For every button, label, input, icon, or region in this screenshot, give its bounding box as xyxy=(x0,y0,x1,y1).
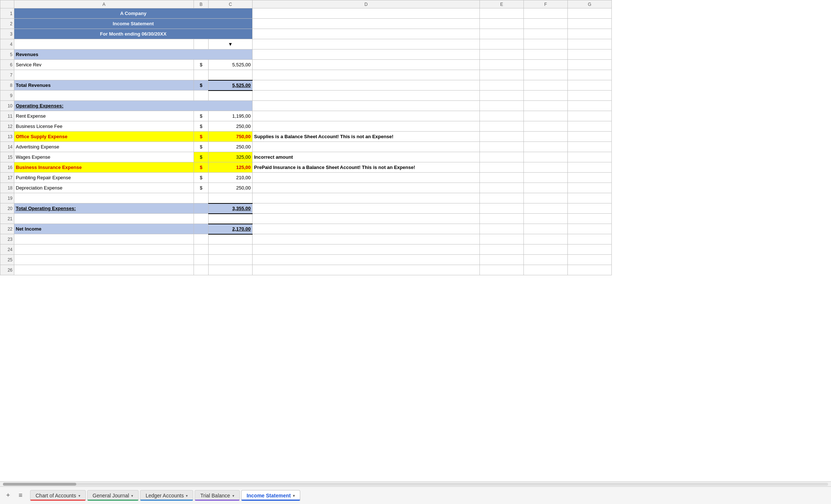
cell-17-c: 210,00 xyxy=(209,173,253,183)
cell-extra xyxy=(524,91,568,101)
cell-17-a: Pumbling Repair Expense xyxy=(14,173,194,183)
cell-extra xyxy=(568,29,612,39)
cell-23-d xyxy=(253,234,480,244)
tab-dropdown-general-journal[interactable]: ▾ xyxy=(131,494,133,498)
cell-extra xyxy=(524,214,568,224)
cell-13-c: 750,00 xyxy=(209,132,253,142)
tab-chart-of-accounts[interactable]: Chart of Accounts ▾ xyxy=(30,490,86,501)
table-row: 22Net Income2,170.00 xyxy=(0,224,612,234)
cell-23-c xyxy=(209,234,253,244)
cell-5-d xyxy=(253,49,480,60)
cell-extra xyxy=(568,234,612,244)
cell-extra xyxy=(480,111,524,121)
cell-9-d xyxy=(253,91,480,101)
cell-21-c xyxy=(209,214,253,224)
col-header-f: F xyxy=(524,0,568,8)
cell-25-c xyxy=(209,255,253,265)
cell-extra xyxy=(480,91,524,101)
row-number: 24 xyxy=(0,244,14,255)
col-header-e: E xyxy=(480,0,524,8)
cell-extra xyxy=(480,265,524,275)
cell-11-c: 1,195,00 xyxy=(209,111,253,121)
row-number: 23 xyxy=(0,234,14,244)
row-number: 2 xyxy=(0,19,14,29)
cell-18-b: $ xyxy=(194,183,209,193)
cell-21-b xyxy=(194,214,209,224)
cell-extra xyxy=(568,80,612,91)
spreadsheet-container[interactable]: A B C D E F G 1A Company2Income Statemen… xyxy=(0,0,831,481)
tab-indicator-ledger-accounts xyxy=(140,500,193,501)
cell-21-d xyxy=(253,214,480,224)
cell-24-d xyxy=(253,244,480,255)
tab-label-trial-balance: Trial Balance xyxy=(200,493,230,499)
sheet-menu-button[interactable]: ≡ xyxy=(15,490,26,501)
cell-extra xyxy=(524,162,568,173)
cell-extra xyxy=(568,152,612,162)
corner-header xyxy=(0,0,14,8)
table-row: 5Revenues xyxy=(0,49,612,60)
table-row: 26 xyxy=(0,265,612,275)
cell-extra xyxy=(480,173,524,183)
cell-extra xyxy=(480,8,524,19)
row-number: 8 xyxy=(0,80,14,91)
cell-13-d: Supplies is a Balance Sheet Account! Thi… xyxy=(253,132,480,142)
cell-extra xyxy=(524,234,568,244)
tab-label-chart-of-accounts: Chart of Accounts xyxy=(36,493,76,499)
tab-general-journal[interactable]: General Journal ▾ xyxy=(87,490,139,501)
cell-13-a: Office Supply Expense xyxy=(14,132,194,142)
cell-4-c: ▼ xyxy=(209,39,253,49)
cell-16-c: 125,00 xyxy=(209,162,253,173)
cell-extra xyxy=(524,255,568,265)
tab-dropdown-chart-of-accounts[interactable]: ▾ xyxy=(78,494,80,498)
cell-extra xyxy=(568,162,612,173)
cell-19-a xyxy=(14,193,194,203)
cell-22-a: Net Income xyxy=(14,224,194,234)
tab-ledger-accounts[interactable]: Ledger Accounts ▾ xyxy=(140,490,193,501)
scrollbar-track[interactable] xyxy=(3,483,828,486)
scrollbar-thumb[interactable] xyxy=(3,483,76,486)
cell-extra xyxy=(524,70,568,80)
horizontal-scrollbar[interactable] xyxy=(0,481,831,486)
cell-extra xyxy=(480,39,524,49)
tab-label-income-statement: Income Statement xyxy=(247,493,291,499)
spreadsheet-table: A B C D E F G 1A Company2Income Statemen… xyxy=(0,0,612,275)
cell-1-a: A Company xyxy=(14,8,253,19)
cell-2-d xyxy=(253,19,480,29)
cell-26-c xyxy=(209,265,253,275)
cell-extra xyxy=(480,132,524,142)
col-header-d: D xyxy=(253,0,480,8)
table-row: 8Total Revenues$5,525.00 xyxy=(0,80,612,91)
cell-extra xyxy=(524,121,568,132)
tab-trial-balance[interactable]: Trial Balance ▾ xyxy=(195,490,239,501)
cell-15-b: $ xyxy=(194,152,209,162)
cell-26-b xyxy=(194,265,209,275)
cell-extra xyxy=(524,152,568,162)
tab-dropdown-income-statement[interactable]: ▾ xyxy=(293,494,295,498)
cell-extra xyxy=(524,193,568,203)
cell-extra xyxy=(480,19,524,29)
cell-extra xyxy=(568,214,612,224)
row-number: 15 xyxy=(0,152,14,162)
tab-income-statement[interactable]: Income Statement ▾ xyxy=(241,490,301,501)
table-row: 7 xyxy=(0,70,612,80)
cell-1-d xyxy=(253,8,480,19)
col-header-g: G xyxy=(568,0,612,8)
cell-extra xyxy=(524,19,568,29)
table-row: 10Operating Expenses: xyxy=(0,101,612,111)
cell-4-a xyxy=(14,39,194,49)
tab-dropdown-trial-balance[interactable]: ▾ xyxy=(232,494,234,498)
row-number: 4 xyxy=(0,39,14,49)
cell-extra xyxy=(524,39,568,49)
cell-26-a xyxy=(14,265,194,275)
cell-extra xyxy=(568,121,612,132)
cell-extra xyxy=(480,70,524,80)
cell-7-b xyxy=(194,70,209,80)
cell-14-d xyxy=(253,142,480,152)
table-row: 23 xyxy=(0,234,612,244)
add-sheet-button[interactable]: + xyxy=(3,490,13,501)
tab-dropdown-ledger-accounts[interactable]: ▾ xyxy=(186,494,188,498)
cell-extra xyxy=(524,173,568,183)
tab-indicator-trial-balance xyxy=(195,500,239,501)
cell-23-a xyxy=(14,234,194,244)
tab-label-ledger-accounts: Ledger Accounts xyxy=(146,493,184,499)
